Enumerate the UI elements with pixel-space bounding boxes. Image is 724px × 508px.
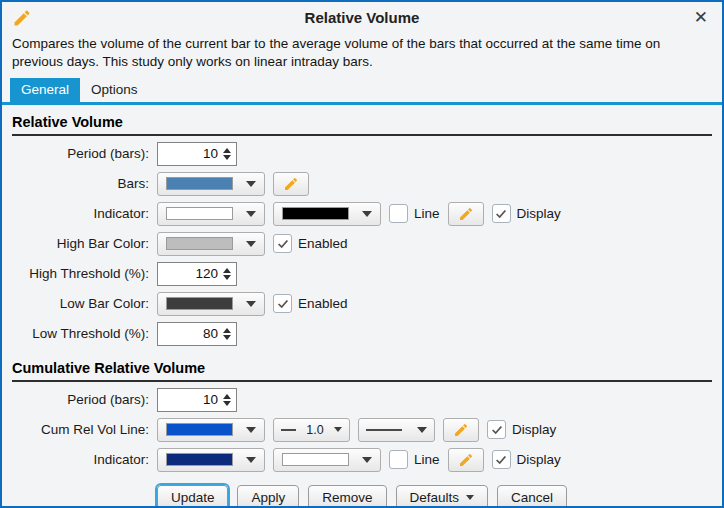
chevron-down-icon xyxy=(246,457,256,463)
cum-indicator-secondary-color-select[interactable] xyxy=(273,448,381,472)
indicator-edit-button[interactable] xyxy=(448,202,484,226)
high-bar-color-swatch xyxy=(166,237,233,250)
cum-indicator-line-checkbox[interactable] xyxy=(389,450,408,469)
cum-indicator-label: Indicator: xyxy=(12,452,149,467)
low-bar-color-select[interactable] xyxy=(157,292,265,316)
check-icon xyxy=(494,453,508,467)
section-header-cumulative-relative-volume: Cumulative Relative Volume xyxy=(12,360,712,382)
pencil-icon xyxy=(453,422,469,438)
high-bar-color-select[interactable] xyxy=(157,232,265,256)
bars-color-select[interactable] xyxy=(157,172,265,196)
indicator-display-label: Display xyxy=(517,206,561,221)
row-low-bar-color: Low Bar Color: Enabled xyxy=(12,292,712,316)
update-button[interactable]: Update xyxy=(157,485,229,508)
indicator-line-label: Line xyxy=(414,206,440,221)
chevron-down-icon xyxy=(334,427,342,432)
cum-line-edit-button[interactable] xyxy=(443,418,479,442)
cum-line-color-swatch xyxy=(166,423,233,436)
cum-period-bars-label: Period (bars): xyxy=(12,392,149,407)
cum-indicator-line-checkbox-group: Line xyxy=(389,450,440,469)
row-high-bar-color: High Bar Color: Enabled xyxy=(12,232,712,256)
chevron-down-icon xyxy=(417,427,427,433)
relative-volume-dialog: Relative Volume ✕ Compares the volume of… xyxy=(0,0,724,508)
pencil-icon xyxy=(283,176,299,192)
low-bar-color-swatch xyxy=(166,297,233,310)
high-threshold-label: High Threshold (%): xyxy=(12,266,149,281)
pencil-icon xyxy=(458,452,474,468)
period-bars-input[interactable]: 10 xyxy=(157,142,237,166)
indicator-secondary-color-swatch xyxy=(282,207,349,220)
low-enabled-label: Enabled xyxy=(298,296,348,311)
indicator-primary-color-select[interactable] xyxy=(157,202,265,226)
cum-period-bars-input[interactable]: 10 xyxy=(157,388,237,412)
check-icon xyxy=(276,297,290,311)
section-header-relative-volume: Relative Volume xyxy=(12,114,712,136)
row-low-threshold: Low Threshold (%): 80 xyxy=(12,322,712,346)
tab-general[interactable]: General xyxy=(10,78,80,102)
row-cum-rel-vol-line: Cum Rel Vol Line: 1.0 xyxy=(12,418,712,442)
line-width-sample xyxy=(281,429,296,431)
close-icon[interactable]: ✕ xyxy=(690,7,712,28)
spinner-arrows-icon[interactable] xyxy=(223,148,231,160)
cum-line-display-checkbox[interactable] xyxy=(487,420,506,439)
cum-indicator-display-checkbox[interactable] xyxy=(492,450,511,469)
row-period-bars: Period (bars): 10 xyxy=(12,142,712,166)
cum-indicator-secondary-color-swatch xyxy=(282,453,349,466)
bars-edit-button[interactable] xyxy=(273,172,309,196)
tab-options[interactable]: Options xyxy=(80,78,149,102)
spinner-arrows-icon[interactable] xyxy=(223,268,231,280)
spinner-arrows-icon[interactable] xyxy=(223,394,231,406)
cum-line-color-select[interactable] xyxy=(157,418,265,442)
cum-line-width-select[interactable]: 1.0 xyxy=(273,418,350,442)
cum-rel-vol-line-label: Cum Rel Vol Line: xyxy=(12,422,149,437)
cum-indicator-edit-button[interactable] xyxy=(448,448,484,472)
cum-indicator-primary-color-select[interactable] xyxy=(157,448,265,472)
low-enabled-checkbox[interactable] xyxy=(273,294,292,313)
cancel-button[interactable]: Cancel xyxy=(497,485,567,508)
chevron-down-icon xyxy=(246,241,256,247)
chevron-down-icon xyxy=(362,211,372,217)
edit-icon[interactable] xyxy=(12,8,32,28)
high-enabled-checkbox[interactable] xyxy=(273,234,292,253)
chevron-down-icon xyxy=(246,211,256,217)
indicator-line-checkbox[interactable] xyxy=(389,204,408,223)
apply-button[interactable]: Apply xyxy=(237,485,299,508)
remove-button[interactable]: Remove xyxy=(308,485,386,508)
period-bars-value: 10 xyxy=(203,146,218,161)
low-enabled-checkbox-group: Enabled xyxy=(273,294,348,313)
low-threshold-input[interactable]: 80 xyxy=(157,322,237,346)
cum-line-display-label: Display xyxy=(512,422,556,437)
cum-indicator-line-label: Line xyxy=(414,452,440,467)
cum-indicator-display-checkbox-group: Display xyxy=(492,450,561,469)
indicator-display-checkbox[interactable] xyxy=(492,204,511,223)
indicator-line-checkbox-group: Line xyxy=(389,204,440,223)
titlebar: Relative Volume ✕ xyxy=(2,2,722,33)
chevron-down-icon xyxy=(362,457,372,463)
line-style-sample xyxy=(366,429,402,431)
cum-indicator-display-label: Display xyxy=(517,452,561,467)
high-threshold-value: 120 xyxy=(195,266,218,281)
high-bar-color-label: High Bar Color: xyxy=(12,236,149,251)
indicator-primary-color-swatch xyxy=(166,207,233,220)
defaults-button[interactable]: Defaults xyxy=(396,485,489,508)
period-bars-label: Period (bars): xyxy=(12,146,149,161)
cum-period-bars-value: 10 xyxy=(203,392,218,407)
high-threshold-input[interactable]: 120 xyxy=(157,262,237,286)
description-text: Compares the volume of the current bar t… xyxy=(2,33,722,78)
row-indicator: Indicator: Line xyxy=(12,202,712,226)
bars-label: Bars: xyxy=(12,176,149,191)
high-enabled-checkbox-group: Enabled xyxy=(273,234,348,253)
spinner-arrows-icon[interactable] xyxy=(223,328,231,340)
defaults-button-label: Defaults xyxy=(410,490,460,505)
low-threshold-label: Low Threshold (%): xyxy=(12,326,149,341)
indicator-secondary-color-select[interactable] xyxy=(273,202,381,226)
cum-line-display-checkbox-group: Display xyxy=(487,420,556,439)
check-icon xyxy=(494,207,508,221)
check-icon xyxy=(490,423,504,437)
footer-button-bar: Update Apply Remove Defaults Cancel xyxy=(12,485,712,508)
indicator-display-checkbox-group: Display xyxy=(492,204,561,223)
bars-color-swatch xyxy=(166,177,233,190)
row-bars: Bars: xyxy=(12,172,712,196)
high-enabled-label: Enabled xyxy=(298,236,348,251)
cum-line-style-select[interactable] xyxy=(358,418,435,442)
